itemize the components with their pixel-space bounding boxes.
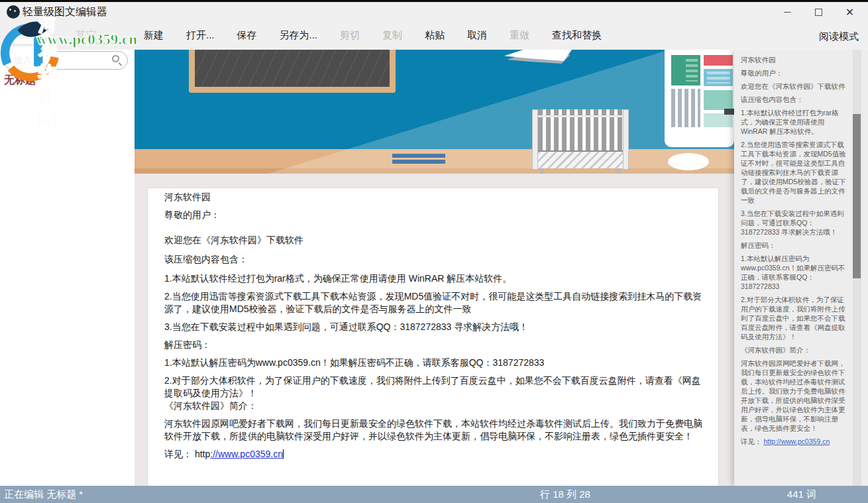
search-input[interactable] xyxy=(13,54,106,67)
doc-paragraph: 3.当您在下载安装过程中如果遇到问题，可通过联系QQ：3187272833 寻求… xyxy=(164,321,702,333)
app-icon xyxy=(7,5,20,19)
document-page[interactable]: 河东软件园 尊敬的用户： 欢迎您在《河东软件园》下载软件 该压缩包内容包含： 1… xyxy=(147,188,719,486)
doc-final-line: 详见： http://www.pc0359.cn xyxy=(164,448,702,461)
preview-paragraph: 解压密码： xyxy=(741,241,849,250)
preview-paragraph: 尊敬的用户： xyxy=(741,68,849,78)
cut-button[interactable]: 剪切 xyxy=(340,29,360,42)
main-content: 河东软件园 尊敬的用户： 欢迎您在《河东软件园》下载软件 该压缩包内容包含： 1… xyxy=(135,50,734,486)
doc-link-prefix: 详见： http xyxy=(164,449,210,459)
undo-button[interactable]: 取消 xyxy=(467,29,487,42)
window-top-edge xyxy=(0,0,868,2)
minimize-button[interactable]: ─ xyxy=(772,2,803,22)
text-caret xyxy=(283,449,284,459)
banner-white-oval xyxy=(668,153,709,170)
status-editing: 正在编辑 无标题 * xyxy=(4,488,83,501)
new-button[interactable]: 新建 xyxy=(144,29,164,42)
preview-paragraph: 1.本站默认解压密码为www.pc0359.cn！如果解压密码不正确，请联系客服… xyxy=(741,254,849,291)
window-controls: ─ ✕ xyxy=(772,2,865,22)
doc-paragraph: 2.对于部分大体积软件，为了保证用户的下载速度，我们将附件上传到了百度云盘中，如… xyxy=(164,374,702,400)
save-button[interactable]: 保存 xyxy=(237,29,257,42)
paste-button[interactable]: 粘贴 xyxy=(425,29,445,42)
header: 轻量级图文编辑器 ─ ✕ 归档 其它 新建 打开... 保存 另存为... 剪切… xyxy=(0,0,868,50)
tab-archive[interactable]: 归档 xyxy=(19,28,41,43)
preview-link-prefix: 详见： xyxy=(741,437,762,445)
doc-paragraph: 《河东软件园》简介： xyxy=(164,400,702,412)
doc-paragraph: 河东软件园原网吧爱好者下载网，我们每日更新最安全的绿色软件下载，本站软件均经过杀… xyxy=(164,418,702,443)
banner-blue-dashes xyxy=(392,154,445,166)
preview-paragraph: 欢迎您在《河东软件园》下载软件 xyxy=(741,82,849,91)
search-box[interactable] xyxy=(3,51,128,70)
preview-paragraph: 2.对于部分大体积软件，为了保证用户的下载速度，我们将附件上传到了百度云盘中，如… xyxy=(741,295,849,341)
tab-other[interactable]: 其它 xyxy=(75,28,97,43)
preview-paragraph: 2.当您使用迅雷等搜索资源式下载工具下载本站资源，发现MD5值验证不对时，很可能… xyxy=(741,140,849,205)
maximize-button[interactable] xyxy=(803,2,834,22)
active-tab-underline xyxy=(7,44,54,46)
redo-button[interactable]: 重做 xyxy=(510,29,529,42)
preview-paragraph: 3.当您在下载安装过程中如果遇到问题，可通过联系QQ：3187272833 寻求… xyxy=(741,209,849,237)
webpage-thumbnail-icon xyxy=(665,50,734,147)
status-bar: 正在编辑 无标题 * 行 18 列 28 441 词 xyxy=(0,486,868,503)
doc-paragraph: 解压密码： xyxy=(164,339,702,351)
read-mode-button[interactable]: 阅读模式 xyxy=(819,30,859,43)
doc-paragraph: 该压缩包内容包含： xyxy=(164,253,702,266)
status-cursor-position: 行 18 列 28 xyxy=(540,488,590,501)
save-as-button[interactable]: 另存为... xyxy=(280,29,318,42)
blackboard-icon xyxy=(189,50,396,93)
minimize-icon: ─ xyxy=(785,7,791,17)
doc-paragraph: 河东软件园 xyxy=(164,191,702,203)
preview-scrollbar-thumb[interactable] xyxy=(853,114,861,278)
document-banner-image xyxy=(135,50,734,174)
preview-paragraph: 该压缩包内容包含： xyxy=(741,95,849,104)
doc-paragraph: 欢迎您在《河东软件园》下载软件 xyxy=(164,234,702,247)
doc-paragraph: 1.本站默认软件经过打包为rar格式，为确保正常使用请使用 WinRAR 解压本… xyxy=(164,272,702,285)
doc-paragraph: 2.当您使用迅雷等搜索资源式下载工具下载本站资源，发现MD5值验证不对时，很可能… xyxy=(164,290,702,315)
doc-paragraph: 尊敬的用户： xyxy=(164,209,702,221)
preview-paragraph: 1.本站默认软件经过打包为rar格式，为确保正常使用请使用 WinRAR 解压本… xyxy=(741,108,849,136)
window-title: 轻量级图文编辑器 xyxy=(23,5,107,19)
copy-button[interactable]: 复制 xyxy=(382,29,402,42)
maximize-icon xyxy=(815,9,822,16)
open-button[interactable]: 打开... xyxy=(186,29,215,42)
preview-link[interactable]: http://www.pc0359.cn xyxy=(763,437,830,445)
status-word-count: 441 词 xyxy=(787,488,816,501)
radiator-icon xyxy=(532,109,629,174)
preview-text: 河东软件园 尊敬的用户： 欢迎您在《河东软件园》下载软件 该压缩包内容包含： 1… xyxy=(741,55,849,450)
preview-paragraph: 河东软件园原网吧爱好者下载网，我们每日更新最安全的绿色软件下载，本站软件均经过杀… xyxy=(741,359,849,433)
find-replace-button[interactable]: 查找和替换 xyxy=(552,29,602,42)
doc-paragraph: 1.本站默认解压密码为www.pc0359.cn！如果解压密码不正确，请联系客服… xyxy=(164,357,702,369)
preview-paragraph: 《河东软件园》简介： xyxy=(741,345,849,355)
sidebar: 无标题 xyxy=(0,50,135,486)
search-icon[interactable] xyxy=(112,55,119,62)
toolbar: 新建 打开... 保存 另存为... 剪切 复制 粘贴 取消 重做 查找和替换 xyxy=(144,29,602,42)
preview-paragraph: 河东软件园 xyxy=(741,55,849,64)
app-window: 轻量级图文编辑器 ─ ✕ 归档 其它 新建 打开... 保存 另存为... 剪切… xyxy=(0,0,868,503)
preview-pane: 河东软件园 尊敬的用户： 欢迎您在《河东软件园》下载软件 该压缩包内容包含： 1… xyxy=(734,50,868,486)
sidebar-item-untitled[interactable]: 无标题 xyxy=(4,74,36,87)
close-icon: ✕ xyxy=(845,6,854,19)
doc-link[interactable]: ://www.pc0359.cn xyxy=(210,449,283,459)
preview-final-line: 详见： http://www.pc0359.cn xyxy=(741,437,849,446)
close-button[interactable]: ✕ xyxy=(834,2,865,22)
